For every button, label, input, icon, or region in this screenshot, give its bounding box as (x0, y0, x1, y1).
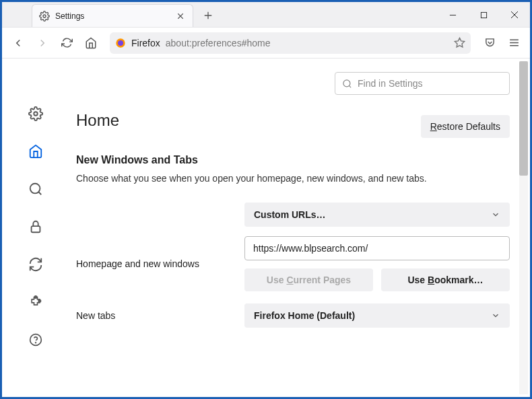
svg-rect-1 (481, 12, 486, 17)
pocket-button[interactable] (479, 32, 500, 54)
use-bookmark-button[interactable]: Use Bookmark… (381, 268, 510, 291)
homepage-mode-select[interactable]: Custom URLs… (244, 203, 510, 227)
homepage-label: Homepage and new windows (76, 258, 231, 269)
homepage-mode-value: Custom URLs… (254, 209, 326, 220)
section-title: New Windows and Tabs (76, 154, 510, 166)
sidebar-privacy-icon[interactable] (28, 219, 44, 235)
home-button[interactable] (80, 32, 102, 54)
url-bar[interactable]: Firefox about:preferences#home (110, 32, 471, 54)
gear-icon (39, 11, 50, 22)
restore-defaults-button[interactable]: Restore Defaults (421, 115, 510, 138)
sidebar-home-icon[interactable] (28, 143, 44, 159)
titlebar: Settings (2, 2, 530, 28)
svg-point-11 (36, 342, 36, 343)
section-description: Choose what you see when you open your h… (76, 173, 510, 184)
search-placeholder: Find in Settings (358, 78, 423, 89)
content-area: Find in Settings Home Restore Defaults N… (2, 59, 530, 397)
back-button[interactable] (7, 32, 29, 54)
newtabs-mode-select[interactable]: Firefox Home (Default) (244, 303, 510, 328)
reload-button[interactable] (56, 32, 77, 54)
scrollbar-thumb[interactable] (519, 61, 528, 176)
svg-rect-7 (32, 226, 40, 232)
navigation-toolbar: Firefox about:preferences#home (2, 28, 530, 59)
scrollbar[interactable] (519, 61, 528, 394)
sidebar-general-icon[interactable] (28, 106, 44, 122)
minimize-button[interactable] (437, 2, 468, 28)
url-path: about:preferences#home (166, 38, 271, 48)
svg-point-3 (118, 40, 123, 46)
browser-tab[interactable]: Settings (32, 4, 193, 27)
search-icon (342, 79, 352, 89)
tab-title: Settings (55, 11, 175, 21)
svg-point-5 (34, 112, 38, 116)
chevron-down-icon (491, 210, 500, 219)
new-tab-button[interactable] (199, 6, 218, 25)
sidebar-help-icon[interactable] (28, 332, 44, 348)
svg-point-6 (30, 184, 40, 194)
firefox-icon (115, 38, 126, 48)
sidebar-search-icon[interactable] (28, 181, 44, 197)
forward-button[interactable] (32, 32, 53, 54)
find-in-settings-input[interactable]: Find in Settings (335, 72, 510, 95)
svg-point-0 (43, 15, 46, 17)
sidebar-sync-icon[interactable] (28, 256, 44, 273)
close-window-button[interactable] (499, 2, 530, 28)
homepage-url-input[interactable] (244, 236, 510, 260)
svg-point-12 (343, 79, 350, 86)
svg-marker-4 (455, 38, 464, 46)
maximize-button[interactable] (468, 2, 499, 28)
close-tab-icon[interactable] (175, 11, 186, 22)
chevron-down-icon (491, 311, 500, 320)
settings-sidebar (2, 59, 69, 397)
url-domain: Firefox (131, 38, 160, 48)
menu-button[interactable] (503, 32, 525, 54)
bookmark-star-icon[interactable] (454, 37, 465, 48)
sidebar-extensions-icon[interactable] (28, 294, 44, 310)
newtabs-mode-value: Firefox Home (Default) (254, 310, 355, 321)
window-controls (437, 2, 530, 28)
use-current-pages-button[interactable]: Use Current Pages (244, 268, 373, 291)
main-panel: Find in Settings Home Restore Defaults N… (69, 59, 530, 397)
newtabs-label: New tabs (76, 310, 231, 321)
